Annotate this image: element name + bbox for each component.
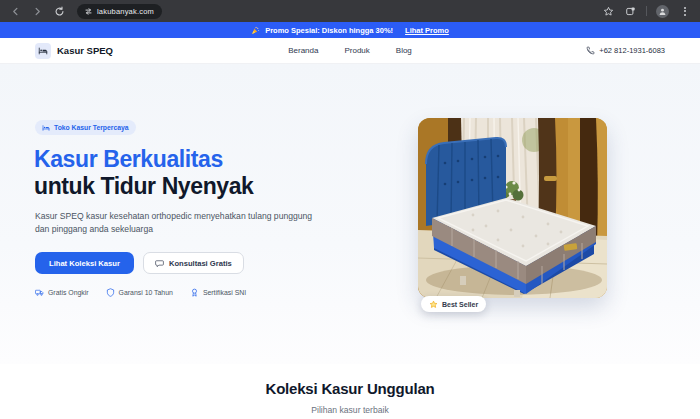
promo-text: Promo Spesial: Diskon hingga 30%! bbox=[265, 26, 393, 35]
trust-badge-label: Toko Kasur Terpercaya bbox=[54, 124, 129, 131]
promo-banner: Promo Spesial: Diskon hingga 30%! Lihat … bbox=[0, 22, 700, 38]
free-consultation-label: Konsultasi Gratis bbox=[169, 259, 232, 268]
address-bar[interactable]: lakubanyak.com bbox=[77, 4, 162, 19]
nav-produk[interactable]: Produk bbox=[344, 46, 369, 55]
brand-logo-group[interactable]: Kasur SPEQ bbox=[35, 43, 113, 59]
tab-switcher-icon[interactable] bbox=[624, 5, 637, 18]
browser-toolbar: lakubanyak.com bbox=[0, 0, 700, 22]
feature-warranty: Garansi 10 Tahun bbox=[106, 288, 173, 297]
nav-beranda[interactable]: Beranda bbox=[288, 46, 318, 55]
certificate-icon bbox=[190, 288, 199, 297]
toolbar-separator bbox=[646, 6, 647, 16]
feature-certification: Sertifikasi SNI bbox=[190, 288, 246, 297]
hero-section: Toko Kasur Terpercaya Kasur Berkualitas … bbox=[0, 64, 700, 364]
feature-label: Sertifikasi SNI bbox=[203, 289, 246, 296]
trust-badge: Toko Kasur Terpercaya bbox=[35, 120, 136, 135]
reload-icon[interactable] bbox=[53, 5, 66, 18]
back-icon[interactable] bbox=[9, 5, 22, 18]
phone-link[interactable]: +62 812-1931-6083 bbox=[586, 46, 665, 55]
promo-link[interactable]: Lihat Promo bbox=[405, 26, 449, 35]
brand-name: Kasur SPEQ bbox=[57, 45, 113, 56]
swap-icon bbox=[83, 6, 93, 16]
nav-blog[interactable]: Blog bbox=[396, 46, 412, 55]
collection-subtitle: Pilihan kasur terbaik bbox=[0, 405, 700, 415]
browser-window: lakubanyak.com Promo Spesial: Diskon hin… bbox=[0, 0, 700, 419]
view-collection-button[interactable]: Lihat Koleksi Kasur bbox=[35, 252, 134, 274]
bookmark-star-icon[interactable] bbox=[602, 5, 615, 18]
best-seller-label: Best Seller bbox=[442, 301, 478, 308]
hero-title: Kasur Berkualitas untuk Tidur Nyenyak bbox=[34, 146, 253, 200]
forward-icon[interactable] bbox=[31, 5, 44, 18]
bed-icon bbox=[42, 124, 50, 132]
best-seller-badge: Best Seller bbox=[421, 296, 486, 312]
shield-icon bbox=[106, 288, 115, 297]
free-consultation-button[interactable]: Konsultasi Gratis bbox=[143, 252, 244, 274]
feature-free-shipping: Gratis Ongkir bbox=[35, 288, 89, 297]
url-text: lakubanyak.com bbox=[97, 7, 154, 16]
hero-product-image bbox=[418, 118, 607, 298]
party-popper-icon bbox=[251, 26, 260, 35]
bed-photo-illustration bbox=[418, 118, 607, 298]
truck-icon bbox=[35, 288, 44, 297]
phone-icon bbox=[586, 46, 595, 55]
hero-title-line1: Kasur Berkualitas bbox=[34, 146, 253, 173]
collection-section: Koleksi Kasur Unggulan Pilihan kasur ter… bbox=[0, 364, 700, 419]
chat-bubble-icon bbox=[155, 259, 164, 268]
collection-title: Koleksi Kasur Unggulan bbox=[0, 380, 700, 397]
menu-kebab-icon[interactable] bbox=[678, 5, 691, 18]
feature-label: Garansi 10 Tahun bbox=[119, 289, 173, 296]
hero-description: Kasur SPEQ kasur kesehatan orthopedic me… bbox=[35, 210, 323, 236]
feature-label: Gratis Ongkir bbox=[48, 289, 89, 296]
hero-cta-group: Lihat Koleksi Kasur Konsultasi Gratis bbox=[35, 252, 244, 274]
hero-features: Gratis Ongkir Garansi 10 Tahun Sertifika… bbox=[35, 288, 246, 297]
hero-title-line2: untuk Tidur Nyenyak bbox=[34, 173, 253, 200]
phone-number: +62 812-1931-6083 bbox=[599, 46, 665, 55]
bed-icon bbox=[35, 43, 51, 59]
star-icon bbox=[429, 300, 438, 309]
site-header: Kasur SPEQ Beranda Produk Blog +62 812-1… bbox=[0, 38, 700, 64]
profile-avatar[interactable] bbox=[656, 5, 669, 18]
